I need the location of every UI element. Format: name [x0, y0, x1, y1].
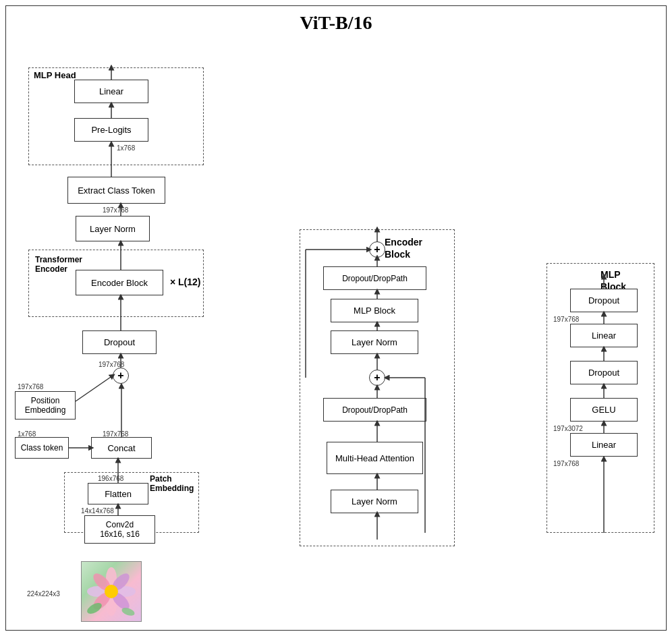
mlp-block-box: MLP Block [331, 299, 418, 322]
encoder-layer-norm-top: Layer Norm [331, 330, 418, 354]
dim-196x768: 196x768 [98, 475, 123, 482]
position-embedding-box: PositionEmbedding [15, 391, 76, 420]
page-title: ViT-B/16 [0, 12, 672, 34]
mlp-dim-197x3072: 197x3072 [553, 425, 583, 432]
mlp-dropout-mid: Dropout [570, 361, 638, 384]
dim-197x768-pos: 197x768 [99, 361, 124, 368]
dim-1x768-1: 1x768 [117, 144, 135, 152]
mlp-linear-top: Linear [570, 324, 638, 347]
mha-box: Multi-Head Attention [327, 442, 423, 474]
class-token-box: Class token [15, 437, 69, 459]
dim-224x224x3: 224x224x3 [27, 590, 60, 598]
mlp-head-label: MLP Head [34, 70, 76, 80]
mlp-gelu: GELU [570, 398, 638, 422]
pre-logits-box: Pre-Logits [74, 118, 148, 142]
patch-embedding-label: PatchEmbedding [150, 474, 194, 494]
svg-point-8 [105, 585, 118, 598]
encoder-layer-norm-bottom: Layer Norm [331, 490, 418, 513]
flatten-box: Flatten [88, 483, 148, 504]
mlp-dim-197x768-bottom: 197x768 [553, 460, 579, 467]
encoder-block-box: Encoder Block [76, 270, 163, 295]
plus-circle-bottom: + [369, 370, 385, 386]
flower-image [81, 561, 142, 622]
plus-circle-main: + [113, 368, 129, 384]
dim-14x14x768: 14x14x768 [81, 507, 114, 515]
dropout-droppath-bottom: Dropout/DropPath [323, 398, 426, 422]
dim-197x768-patch: 197x768 [18, 383, 43, 391]
mlp-dropout-top: Dropout [570, 289, 638, 312]
conv2d-box: Conv2d 16x16, s16 [84, 515, 155, 544]
mlp-linear-bottom: Linear [570, 433, 638, 457]
dropout-droppath-top: Dropout/DropPath [323, 266, 426, 290]
extract-class-token-box: Extract Class Token [67, 177, 165, 204]
concat-box: Concat [91, 437, 152, 459]
mlp-dim-197x768-top: 197x768 [553, 316, 579, 323]
dropout-box-main: Dropout [82, 330, 157, 354]
times-label: × L(12) [170, 277, 201, 287]
linear-box-top: Linear [74, 80, 148, 103]
encoder-block-region-label: EncoderBlock [385, 236, 422, 260]
layer-norm-box: Layer Norm [76, 216, 150, 241]
plus-circle-top: + [369, 241, 385, 258]
dim-197x768-1: 197x768 [103, 206, 128, 214]
